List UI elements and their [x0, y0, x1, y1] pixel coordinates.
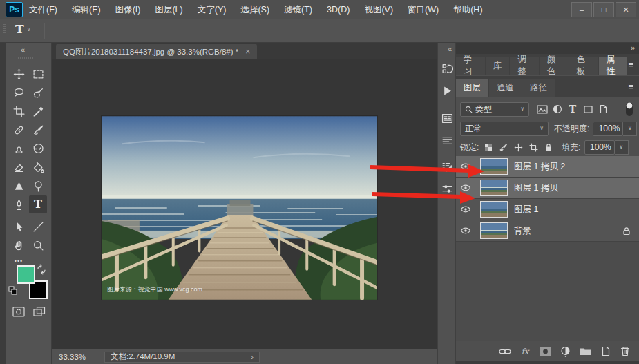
- panel-menu-icon[interactable]: ≡: [628, 59, 633, 70]
- lock-artboard-icon[interactable]: [526, 140, 541, 154]
- screen-mode-icon[interactable]: [30, 303, 48, 320]
- clone-stamp-tool[interactable]: [10, 140, 28, 157]
- collapse-tools-icon[interactable]: «: [21, 46, 25, 54]
- new-adjustment-layer-icon[interactable]: [558, 345, 572, 358]
- layer-thumbnail[interactable]: [480, 222, 508, 239]
- actions-panel-icon[interactable]: [441, 84, 454, 97]
- eraser-tool[interactable]: [10, 158, 28, 176]
- tab-color[interactable]: 颜色: [540, 57, 569, 75]
- blend-mode-select[interactable]: 正常 ∨: [460, 122, 549, 136]
- brush-tool[interactable]: [29, 121, 47, 139]
- close-tab-icon[interactable]: ×: [245, 47, 250, 57]
- path-selection-tool[interactable]: [10, 218, 28, 236]
- filter-type-layers-icon[interactable]: T: [565, 102, 580, 116]
- history-panel-icon[interactable]: [441, 62, 454, 75]
- menu-view[interactable]: 视图(V): [364, 4, 393, 16]
- menu-select[interactable]: 选择(S): [240, 4, 269, 16]
- layer-style-icon[interactable]: fx: [518, 345, 532, 358]
- new-group-icon[interactable]: [578, 345, 592, 358]
- layer-filter-toggle[interactable]: [625, 102, 633, 117]
- type-tool-preset[interactable]: T ∨: [15, 23, 31, 35]
- default-colors-icon[interactable]: [8, 286, 18, 295]
- filter-shape-layers-icon[interactable]: [580, 102, 595, 116]
- filter-adjustment-layers-icon[interactable]: [550, 102, 565, 116]
- menu-window[interactable]: 窗口(W): [408, 4, 439, 16]
- layer-name[interactable]: 背景: [514, 225, 531, 237]
- lock-all-icon[interactable]: [541, 140, 556, 154]
- move-tool[interactable]: [10, 65, 28, 83]
- crop-tool[interactable]: [10, 102, 28, 120]
- spot-healing-brush-tool[interactable]: [10, 121, 28, 139]
- visibility-toggle[interactable]: [456, 220, 475, 242]
- zoom-level[interactable]: 33.33%: [59, 353, 104, 361]
- character-styles-panel-icon[interactable]: [441, 160, 454, 173]
- paint-bucket-tool[interactable]: [29, 158, 47, 176]
- panel-menu-icon[interactable]: ≡: [628, 82, 633, 92]
- character-panel-icon[interactable]: [441, 112, 454, 125]
- lock-transparency-icon[interactable]: [481, 140, 495, 154]
- minimize-button[interactable]: –: [571, 2, 592, 17]
- layer-row-background[interactable]: 背景: [456, 220, 639, 242]
- history-brush-tool[interactable]: [29, 140, 47, 157]
- layer-name[interactable]: 图层 1: [514, 204, 538, 215]
- quick-mask-mode-icon[interactable]: [10, 303, 28, 320]
- eyedropper-tool[interactable]: [29, 102, 47, 120]
- line-tool[interactable]: [29, 218, 47, 236]
- status-expand-icon[interactable]: ›: [251, 353, 254, 361]
- add-layer-mask-icon[interactable]: [538, 345, 552, 358]
- tab-channels[interactable]: 通道: [489, 79, 522, 97]
- filter-smart-objects-icon[interactable]: [595, 102, 611, 116]
- close-button[interactable]: ✕: [616, 2, 636, 17]
- zoom-tool[interactable]: [29, 236, 47, 254]
- menu-3d[interactable]: 3D(D): [327, 5, 350, 15]
- visibility-toggle[interactable]: [456, 156, 475, 178]
- foreground-color-swatch[interactable]: [17, 265, 35, 284]
- tab-properties[interactable]: 属性: [599, 57, 628, 75]
- menu-type[interactable]: 文字(Y): [198, 4, 227, 16]
- document-info-field[interactable]: 文档:2.74M/10.9M ›: [104, 352, 260, 363]
- tab-layers[interactable]: 图层: [456, 79, 488, 97]
- canvas-pasteboard[interactable]: 图片来源：视觉中国 www.vcg.com: [52, 59, 437, 349]
- layer-thumbnail[interactable]: [480, 201, 508, 218]
- menu-help[interactable]: 帮助(H): [453, 4, 482, 16]
- tab-swatches[interactable]: 色板: [569, 57, 598, 75]
- delete-layer-icon[interactable]: [618, 345, 632, 358]
- layer-name[interactable]: 图层 1 拷贝 2: [514, 161, 565, 173]
- lock-pixels-icon[interactable]: [495, 140, 511, 154]
- tab-learn[interactable]: 学习: [456, 57, 485, 75]
- document-tab[interactable]: QQ图片20180311184437.jpg @ 33.3%(RGB/8#) *…: [56, 44, 257, 59]
- new-layer-icon[interactable]: [598, 345, 612, 358]
- layer-row-copy2[interactable]: 图层 1 拷贝 2: [456, 156, 639, 178]
- opacity-dropdown-icon[interactable]: ∨: [623, 122, 637, 136]
- paragraph-panel-icon[interactable]: [441, 134, 454, 147]
- opacity-value[interactable]: 100%: [593, 122, 623, 136]
- tab-adjustments[interactable]: 调整: [510, 57, 539, 75]
- toolbar-grip[interactable]: [18, 57, 36, 59]
- blur-tool[interactable]: [10, 177, 28, 195]
- type-tool[interactable]: T: [29, 195, 47, 213]
- dodge-tool[interactable]: [29, 177, 47, 195]
- menu-file[interactable]: 文件(F): [29, 4, 57, 16]
- layer-filter-select[interactable]: 类型 ∨: [460, 102, 529, 117]
- menu-edit[interactable]: 编辑(E): [72, 4, 101, 16]
- maximize-button[interactable]: □: [593, 2, 614, 17]
- lasso-tool[interactable]: [10, 84, 28, 102]
- menu-image[interactable]: 图像(I): [115, 4, 141, 16]
- pen-tool[interactable]: [10, 195, 28, 213]
- menu-filter[interactable]: 滤镜(T): [284, 4, 312, 16]
- layer-name[interactable]: 图层 1 拷贝: [514, 182, 558, 194]
- link-layers-icon[interactable]: [498, 345, 512, 358]
- visibility-toggle[interactable]: [456, 199, 475, 220]
- properties-panel-icon[interactable]: [441, 182, 454, 195]
- swap-colors-icon[interactable]: [36, 264, 47, 275]
- visibility-toggle[interactable]: [456, 178, 475, 199]
- fill-dropdown-icon[interactable]: ∨: [615, 140, 629, 155]
- rectangular-marquee-tool[interactable]: [29, 65, 47, 83]
- fill-value[interactable]: 100%: [584, 140, 615, 155]
- tab-libraries[interactable]: 库: [486, 57, 510, 75]
- photo-beach-boardwalk[interactable]: 图片来源：视觉中国 www.vcg.com: [102, 116, 377, 300]
- layer-row-1[interactable]: 图层 1: [456, 199, 639, 220]
- collapse-panels-icon[interactable]: »: [631, 44, 635, 52]
- menu-layer[interactable]: 图层(L): [155, 4, 182, 16]
- tab-paths[interactable]: 路径: [522, 79, 555, 97]
